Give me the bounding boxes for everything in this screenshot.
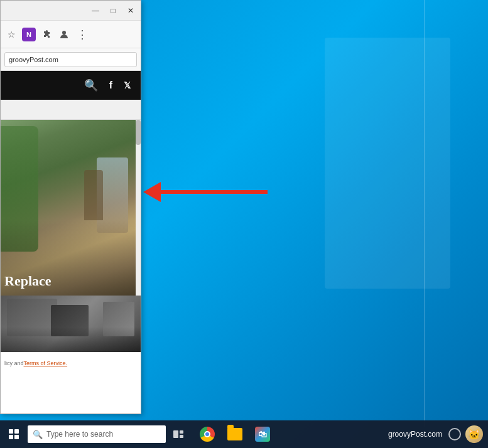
windows-logo-icon xyxy=(9,429,19,439)
site-search-icon[interactable]: 🔍 xyxy=(84,78,98,92)
footer-static-text: icy and xyxy=(6,360,24,366)
red-arrow xyxy=(144,182,268,202)
address-bar-row xyxy=(1,48,141,71)
taskbar-search-icon: 🔍 xyxy=(33,430,43,439)
thumbnail-overlay xyxy=(1,327,141,352)
minimize-button[interactable]: — xyxy=(90,6,100,16)
site-search-bar xyxy=(1,100,141,120)
title-bar: — □ ✕ xyxy=(1,1,141,21)
close-button[interactable]: ✕ xyxy=(126,6,136,16)
onenote-extension-icon[interactable]: N xyxy=(22,28,36,41)
cortana-circle-icon xyxy=(448,428,461,440)
taskbar-pinned-apps: 🛍 xyxy=(193,420,276,448)
hero-text: Replace xyxy=(4,273,52,289)
site-twitter-icon[interactable]: 𝕏 xyxy=(124,80,131,90)
browser-content: 🔍 f 𝕏 Replace xyxy=(1,71,141,413)
desktop-divider xyxy=(424,0,425,427)
file-explorer-button[interactable] xyxy=(221,420,249,448)
ms-store-button[interactable]: 🛍 xyxy=(249,420,276,448)
footer-terms-link[interactable]: Terms of Service. xyxy=(24,360,68,366)
site-facebook-icon[interactable]: f xyxy=(109,80,112,91)
browser-window: — □ ✕ ☆ N ⋮ 🔍 f 𝕏 xyxy=(0,0,141,414)
bookmark-icon[interactable]: ☆ xyxy=(4,28,18,41)
chrome-app-button[interactable] xyxy=(193,420,221,448)
site-search-input[interactable] xyxy=(6,106,136,114)
tray-avatar[interactable]: 🐱 xyxy=(465,425,483,443)
maximize-button[interactable]: □ xyxy=(108,6,118,16)
task-view-icon xyxy=(173,430,183,438)
file-explorer-icon xyxy=(227,428,242,440)
site-header: 🔍 f 𝕏 xyxy=(1,71,141,100)
scrollbar-thumb[interactable] xyxy=(136,120,141,145)
taskbar: 🔍 Type here to search 🛍 xyxy=(0,420,488,448)
arrow-line xyxy=(161,190,268,194)
account-icon[interactable] xyxy=(57,28,71,41)
cortana-button[interactable] xyxy=(447,428,463,440)
address-input[interactable] xyxy=(4,52,137,67)
scrollbar[interactable] xyxy=(136,120,141,296)
task-view-button[interactable] xyxy=(166,420,191,448)
svg-point-0 xyxy=(62,31,66,35)
hero-image: Replace xyxy=(1,120,141,296)
tray-domain: groovyPost.com xyxy=(386,430,444,439)
site-footer-text: l icy and Terms of Service. xyxy=(1,352,141,375)
system-tray: groovyPost.com 🐱 xyxy=(386,425,488,443)
start-button[interactable] xyxy=(0,420,28,448)
desktop-light-area xyxy=(325,38,450,289)
taskbar-search-box[interactable]: 🔍 Type here to search xyxy=(28,425,166,443)
thumbnail-area xyxy=(1,296,141,352)
browser-menu-icon[interactable]: ⋮ xyxy=(75,28,89,41)
extensions-icon[interactable] xyxy=(40,28,53,41)
arrow-head xyxy=(143,182,161,202)
browser-toolbar: ☆ N ⋮ xyxy=(1,21,141,48)
taskbar-search-placeholder: Type here to search xyxy=(46,430,113,439)
